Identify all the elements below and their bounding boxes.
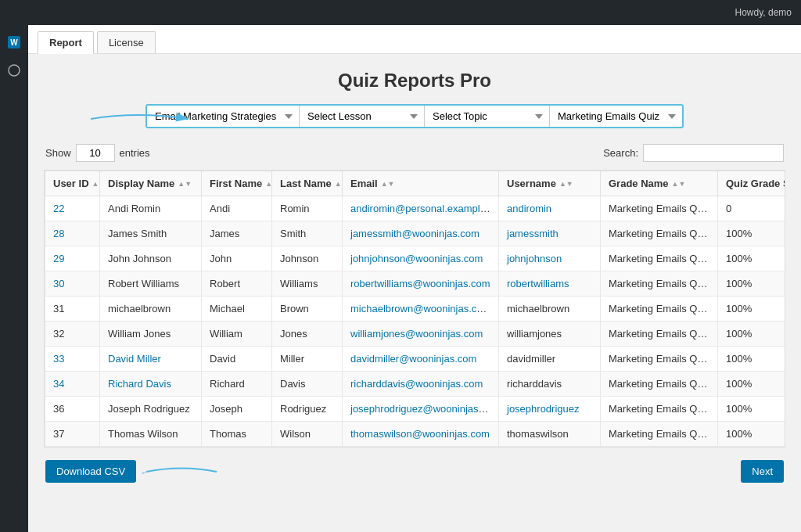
download-arrow-annotation [142,461,221,483]
table-wrapper: User ID▲▼ Display Name▲▼ First Name▲▼ La… [44,170,785,448]
col-header-display[interactable]: Display Name▲▼ [100,171,202,196]
table-header-row: User ID▲▼ Display Name▲▼ First Name▲▼ La… [45,171,786,196]
col-header-userid[interactable]: User ID▲▼ [45,171,100,196]
tabs-bar: Report License [28,25,801,54]
sidebar-icon-circle[interactable] [3,59,25,81]
search-box: Search: [603,144,784,162]
tab-report[interactable]: Report [38,31,94,54]
table-row: 28James SmithJamesSmithjamessmith@woonin… [45,221,786,246]
col-header-username[interactable]: Username▲▼ [499,171,601,196]
table-row: 29John JohnsonJohnJohnsonjohnjohnson@woo… [45,246,786,271]
sidebar-icon-logo[interactable]: W [3,31,25,53]
show-label: Show [45,147,71,159]
entries-label: entries [120,147,150,159]
col-header-last[interactable]: Last Name▲▼ [272,171,343,196]
table-row: 36Joseph RodriguezJosephRodriguezjosephr… [45,397,786,422]
howdy-label: Howdy, demo [735,7,792,18]
table-row: 37Thomas WilsonThomasWilsonthomaswilson@… [45,422,786,447]
table-row: 34Richard DavisRichardDavisricharddavis@… [45,372,786,397]
bottom-controls: Download CSV Next [44,460,785,483]
table-row: 30Robert WilliamsRobertWilliamsrobertwil… [45,271,786,297]
table-controls: Show entries Search: [44,144,785,162]
search-input[interactable] [643,144,784,162]
entries-input[interactable] [76,144,115,162]
page-title: Quiz Reports Pro [44,70,785,92]
col-header-grade-name[interactable]: Grade Name▲▼ [601,171,718,196]
lesson-select[interactable]: Select Lesson [300,106,425,127]
topic-select[interactable]: Select Topic [425,106,550,127]
table-row: 32William JonesWilliamJoneswilliamjones@… [45,322,786,347]
sidebar: W [0,25,28,532]
search-label: Search: [603,147,638,159]
download-csv-button[interactable]: Download CSV [45,460,136,483]
col-header-quiz-grade[interactable]: Quiz Grade S▲▼ [718,171,786,196]
svg-point-2 [9,65,20,76]
table-row: 31michaelbrownMichaelBrownmichaelbrown@w… [45,297,786,322]
table-row: 33David MillerDavidMillerdavidmiller@woo… [45,347,786,372]
filter-bar: Email Marketing Strategies Select Lesson… [145,104,684,128]
col-header-email[interactable]: Email▲▼ [343,171,499,196]
content-area: Quiz Reports Pro Email Marketing Strateg… [28,54,801,491]
show-entries: Show entries [45,144,150,162]
quiz-select[interactable]: Marketing Emails Quiz [550,106,682,127]
next-button[interactable]: Next [741,460,784,483]
arrow-annotation [91,107,192,131]
table-row: 22Andi RominAndiRominandiromin@personal.… [45,196,786,221]
data-table: User ID▲▼ Display Name▲▼ First Name▲▼ La… [45,171,785,447]
top-bar: Howdy, demo [0,0,801,25]
col-header-first[interactable]: First Name▲▼ [202,171,272,196]
main-content: Report License Quiz Reports Pro [28,25,801,532]
tab-license[interactable]: License [97,31,156,53]
svg-text:W: W [10,38,18,47]
